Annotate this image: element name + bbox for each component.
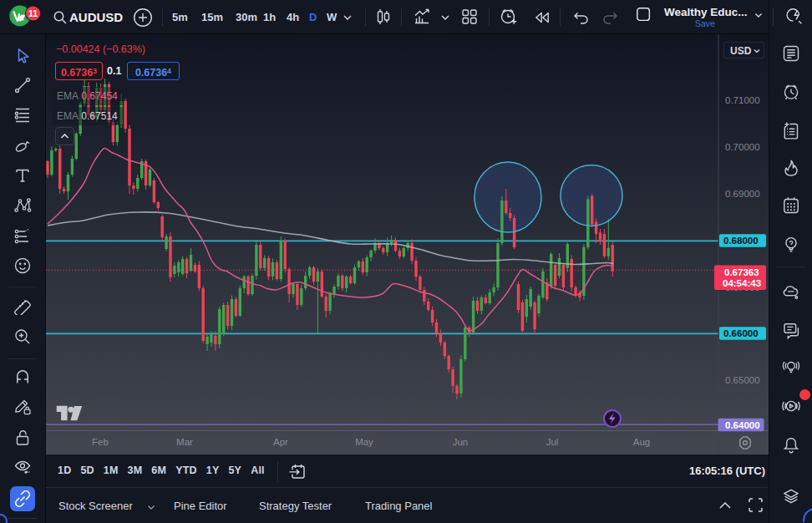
svg-text:0.66000: 0.66000 bbox=[723, 328, 759, 338]
svg-text:Mar: Mar bbox=[176, 437, 193, 447]
svg-text:Feb: Feb bbox=[92, 437, 109, 447]
svg-text:Apr: Apr bbox=[273, 437, 288, 447]
svg-text:0.64000: 0.64000 bbox=[725, 420, 760, 430]
svg-text:0.70000: 0.70000 bbox=[725, 142, 760, 152]
svg-text:0.68000: 0.68000 bbox=[723, 236, 759, 246]
svg-text:0.65000: 0.65000 bbox=[725, 375, 760, 385]
svg-text:0.67363: 0.67363 bbox=[724, 267, 759, 277]
svg-text:May: May bbox=[355, 437, 373, 447]
svg-text:0.71000: 0.71000 bbox=[725, 95, 760, 105]
svg-text:Aug: Aug bbox=[633, 437, 650, 447]
svg-text:Jul: Jul bbox=[546, 437, 559, 447]
svg-text:0.69000: 0.69000 bbox=[725, 189, 760, 199]
svg-text:Jun: Jun bbox=[453, 437, 469, 447]
svg-text:04:54:43: 04:54:43 bbox=[723, 278, 761, 288]
svg-text:11: 11 bbox=[28, 8, 38, 18]
